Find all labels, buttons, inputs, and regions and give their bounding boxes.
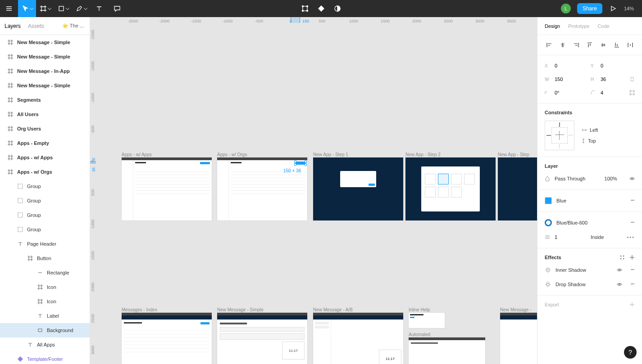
- layer-row[interactable]: Button: [0, 251, 90, 265]
- page-selector[interactable]: ⭐ The ...: [62, 23, 85, 29]
- layer-row[interactable]: Icon: [0, 294, 90, 309]
- help-button[interactable]: ?: [624, 346, 637, 359]
- input-y[interactable]: [601, 63, 620, 68]
- layer-row[interactable]: Template/Footer: [0, 352, 90, 364]
- input-w[interactable]: [555, 76, 574, 82]
- frame-label[interactable]: New Message - Simple: [217, 307, 264, 312]
- opacity-value[interactable]: 100%: [605, 176, 617, 181]
- align-bottom[interactable]: [612, 40, 621, 49]
- stroke-weight-input[interactable]: [555, 234, 568, 240]
- effect-icon[interactable]: [545, 267, 551, 273]
- layer-row[interactable]: Apps - Empty: [0, 136, 90, 150]
- distribute[interactable]: [626, 40, 635, 49]
- align-right[interactable]: [572, 40, 581, 49]
- text-tool[interactable]: [90, 0, 108, 17]
- frame-label[interactable]: New Message -: [500, 307, 531, 312]
- frame-newmsg-simple[interactable]: 11:17: [217, 313, 307, 364]
- tab-prototype[interactable]: Prototype: [568, 23, 589, 29]
- frame-messages[interactable]: [122, 313, 212, 364]
- move-tool[interactable]: [18, 0, 36, 17]
- tab-assets[interactable]: Assets: [28, 23, 44, 29]
- layer-row[interactable]: Segments: [0, 93, 90, 107]
- layer-row[interactable]: Apps - w/ Orgs: [0, 165, 90, 179]
- frame-newapp1[interactable]: [313, 157, 403, 220]
- canvas-inner[interactable]: Apps - w/ Apps Apps - w/ Orgs: [99, 26, 537, 364]
- align-left[interactable]: [545, 40, 554, 49]
- align-hcenter[interactable]: [558, 40, 567, 49]
- component-icon[interactable]: [300, 0, 310, 17]
- share-button[interactable]: Share: [577, 3, 602, 14]
- remove-effect[interactable]: [630, 282, 635, 287]
- layer-row[interactable]: Apps - w/ Apps: [0, 150, 90, 165]
- frame-label[interactable]: Inline Help: [409, 307, 430, 312]
- layer-row[interactable]: Group: [0, 193, 90, 208]
- layer-row[interactable]: Page Header: [0, 237, 90, 251]
- constraint-widget[interactable]: [545, 121, 574, 150]
- frame-tool[interactable]: [36, 0, 54, 17]
- effect-visibility[interactable]: [617, 282, 622, 287]
- layer-row[interactable]: Label: [0, 309, 90, 323]
- frame-newapp2[interactable]: [405, 157, 496, 220]
- input-rotation[interactable]: [555, 90, 574, 95]
- frame-label[interactable]: Messages - Index: [122, 307, 157, 312]
- mask-icon[interactable]: [332, 0, 343, 17]
- blend-mode[interactable]: Pass Through: [555, 176, 585, 181]
- effect-name[interactable]: Inner Shadow: [555, 267, 586, 273]
- frame-newmsg-ab[interactable]: 11:17: [313, 313, 403, 364]
- align-vcenter[interactable]: [599, 40, 608, 49]
- layer-row[interactable]: All Apps: [0, 337, 90, 352]
- layer-row[interactable]: Rectangle: [0, 265, 90, 280]
- layer-row[interactable]: New Message - Simple: [0, 49, 90, 64]
- constraint-h-select[interactable]: Left: [582, 127, 603, 133]
- remove-stroke[interactable]: [630, 220, 635, 225]
- align-top[interactable]: [585, 40, 594, 49]
- styles-icon[interactable]: [619, 255, 625, 260]
- effect-visibility[interactable]: [617, 267, 622, 273]
- frame-apps-w-orgs[interactable]: [217, 157, 307, 220]
- zoom-control[interactable]: 14%: [624, 6, 636, 11]
- independent-corners-icon[interactable]: [629, 90, 635, 95]
- effect-icon[interactable]: [545, 281, 551, 288]
- layer-row[interactable]: New Message - Simple: [0, 78, 90, 93]
- layer-row[interactable]: New Message - Simple: [0, 35, 90, 49]
- frame-newmsg5[interactable]: [500, 313, 537, 364]
- remove-effect[interactable]: [630, 267, 635, 273]
- visibility-toggle[interactable]: [629, 176, 635, 181]
- layer-row[interactable]: Group: [0, 208, 90, 222]
- frame-label[interactable]: New Message - A/B: [313, 307, 353, 312]
- remove-fill[interactable]: [630, 198, 635, 203]
- frame-label[interactable]: Apps - w/ Apps: [122, 152, 152, 157]
- stroke-swatch[interactable]: [545, 219, 552, 226]
- layer-row[interactable]: Icon: [0, 280, 90, 294]
- input-radius[interactable]: [601, 90, 620, 95]
- frame-label[interactable]: Automated: [409, 332, 430, 337]
- tab-code[interactable]: Code: [597, 23, 609, 29]
- frame-apps-w-apps[interactable]: [122, 157, 212, 220]
- frame-label[interactable]: New App - Step 1: [313, 152, 348, 157]
- layer-row[interactable]: New Message - In-App: [0, 64, 90, 78]
- input-h[interactable]: [601, 76, 620, 82]
- layer-row[interactable]: Group: [0, 179, 90, 193]
- avatar[interactable]: L: [561, 4, 571, 13]
- layer-row[interactable]: Group: [0, 222, 90, 237]
- add-effect[interactable]: [629, 255, 635, 260]
- constraint-v-select[interactable]: Top: [582, 138, 603, 144]
- link-icon[interactable]: [629, 76, 635, 82]
- frame-label[interactable]: New App - Step 2: [405, 152, 441, 157]
- tab-layers[interactable]: Layers: [5, 23, 21, 29]
- canvas[interactable]: 150 -2500-2000-1500-1000-500050010001500…: [90, 17, 537, 364]
- frame-label[interactable]: Apps - w/ Orgs: [217, 152, 247, 157]
- layer-row[interactable]: All Users: [0, 107, 90, 121]
- present-button[interactable]: [609, 0, 618, 17]
- frame-newapp3[interactable]: [498, 157, 537, 220]
- shape-tool[interactable]: [54, 0, 72, 17]
- layer-row[interactable]: Org Users: [0, 121, 90, 136]
- fill-swatch[interactable]: [545, 197, 552, 204]
- input-x[interactable]: [555, 63, 574, 68]
- frame-label[interactable]: New App - Step: [498, 152, 529, 157]
- instance-icon[interactable]: [316, 0, 327, 17]
- frame-inlinehelp[interactable]: [409, 313, 445, 328]
- layer-row[interactable]: Background: [0, 323, 90, 337]
- comment-tool[interactable]: [108, 0, 126, 17]
- menu-button[interactable]: [0, 0, 18, 17]
